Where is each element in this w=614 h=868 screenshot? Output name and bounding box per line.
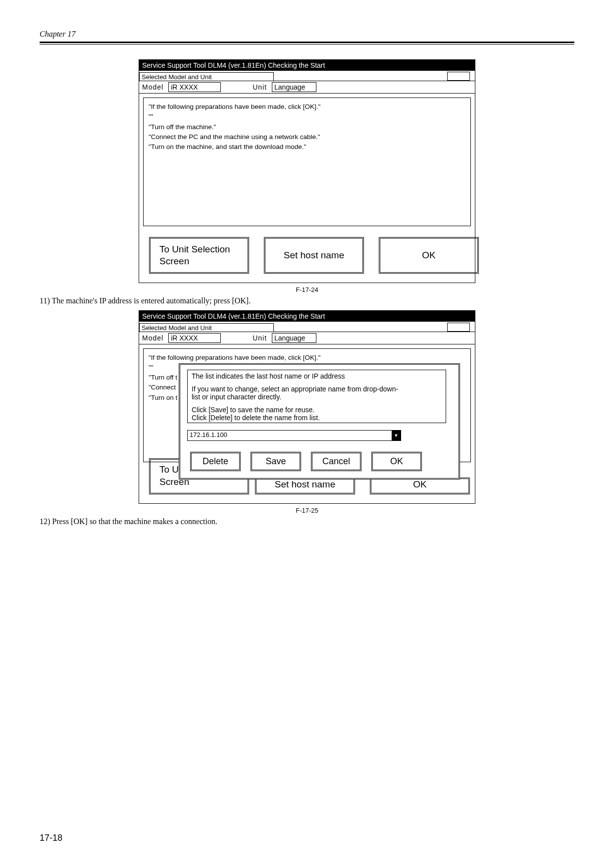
step-11-text: 11) The machine's IP address is entered … [40,296,574,305]
instruction-line: "Turn on the machine, and start the down… [149,142,465,152]
ip-address-input[interactable]: 172.16.1.100 [188,431,392,440]
model-value: iR XXXX [168,82,221,92]
selected-model-unit-label: Selected Model and Unit [139,72,274,81]
dropdown-icon[interactable]: ▼ [392,431,401,440]
app-window-2: Service Support Tool DLM4 (ver.1.81En) C… [139,310,475,504]
dialog-text: The list indicates the last host name or… [192,372,442,380]
ok-button[interactable]: OK [379,237,479,274]
ip-address-combo[interactable]: 172.16.1.100 ▼ [187,430,401,441]
titlebar: Service Support Tool DLM4 (ver.1.81En) C… [139,60,475,71]
selected-model-unit-label: Selected Model and Unit [139,323,274,332]
unit-value: Language [272,333,316,343]
dialog-text: If you want to change, select an appropr… [192,385,400,401]
ok-button[interactable]: OK [371,452,422,471]
unit-value: Language [272,82,316,92]
cancel-button[interactable]: Cancel [311,452,361,471]
model-unit-row: Model iR XXXX Unit Language [139,332,475,344]
instruction-line: "Turn off the machine." [149,122,465,132]
chapter-header: Chapter 17 [40,30,574,39]
figure-caption: F-17-25 [139,507,475,514]
figure-caption: F-17-24 [139,286,475,293]
unit-label: Unit [253,334,267,342]
titlebar: Service Support Tool DLM4 (ver.1.81En) C… [139,311,475,322]
instructions-box: "If the following preparations have been… [143,97,471,226]
window-indicator [447,72,470,81]
model-label: Model [142,334,163,342]
ok-button-partial[interactable]: OK [370,478,470,494]
set-host-name-button[interactable]: Set host name [264,237,364,274]
set-host-name-button-partial[interactable]: Set host name [255,478,355,494]
instruction-line: "" [149,112,465,122]
window-indicator [447,323,470,332]
model-label: Model [142,83,163,91]
set-host-name-dialog: The list indicates the last host name or… [179,363,460,480]
step-12-text: 12) Press [OK] so that the machine makes… [40,517,574,526]
page-number: 17-18 [40,833,62,843]
dialog-text: Click [Save] to save the name for reuse. [192,406,442,414]
dialog-text: Click [Delete] to delete the name from l… [192,414,442,422]
header-rule [40,42,574,45]
btn-text: To U [159,464,179,475]
model-unit-row: Model iR XXXX Unit Language [139,81,475,94]
to-unit-selection-button[interactable]: To Unit Selection Screen [149,237,249,274]
instruction-line: "If the following preparations have been… [149,353,465,363]
delete-button[interactable]: Delete [190,452,241,471]
unit-label: Unit [253,83,267,91]
app-window-1: Service Support Tool DLM4 (ver.1.81En) C… [139,59,475,283]
instruction-line: "Connect the PC and the machine using a … [149,132,465,142]
model-value: iR XXXX [168,333,221,343]
instruction-line: "If the following preparations have been… [149,102,465,112]
save-button[interactable]: Save [251,452,301,471]
